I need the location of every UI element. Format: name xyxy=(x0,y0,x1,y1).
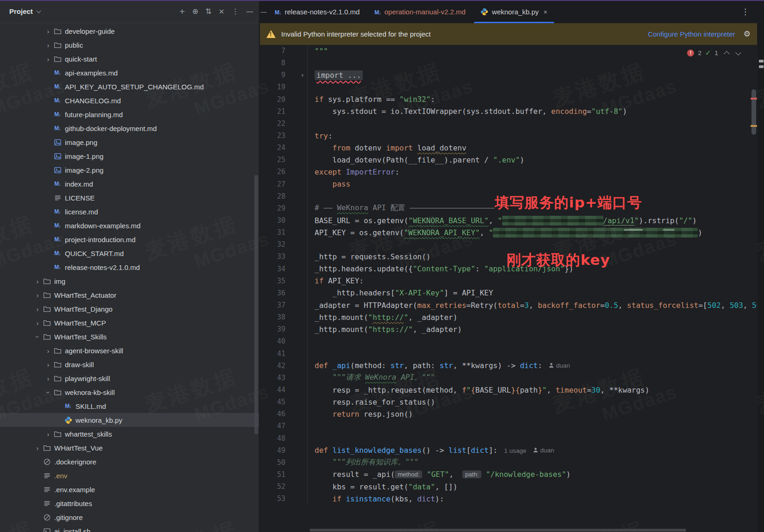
tree-item-public[interactable]: ›public xyxy=(0,38,259,52)
code-line-26[interactable]: 26except ImportError: xyxy=(260,166,757,178)
tree-item-index.md[interactable]: M↓index.md xyxy=(0,177,259,191)
tree-item-quick-start[interactable]: ›quick-start xyxy=(0,52,259,66)
error-stripe-mark[interactable] xyxy=(751,125,757,127)
tree-item-release-notes-v2.1.0.md[interactable]: M↓release-notes-v2.1.0.md xyxy=(0,260,259,274)
tree-item-license.md[interactable]: M↓license.md xyxy=(0,205,259,219)
code-line-21[interactable]: 21 sys.stdout = io.TextIOWrapper(sys.std… xyxy=(260,106,757,118)
code-line-37[interactable]: 37_adapter = HTTPAdapter(max_retries=Ret… xyxy=(260,299,757,311)
tab-release-notes-v2.1.0.md[interactable]: M↓release-notes-v2.1.0.md xyxy=(267,0,367,23)
code-line-7[interactable]: 7""" xyxy=(260,45,757,57)
tree-item-weknora-kb-skill[interactable]: ›weknora-kb-skill xyxy=(0,385,259,399)
tree-item-image-1.png[interactable]: image-1.png xyxy=(0,149,259,163)
tree-item-image-2.png[interactable]: image-2.png xyxy=(0,163,259,177)
code-line-24[interactable]: 24 from dotenv import load_dotenv xyxy=(260,142,757,154)
code-line-39[interactable]: 39_http.mount("https://", _adapter) xyxy=(260,323,757,335)
tree-item-image.png[interactable]: image.png xyxy=(0,135,259,149)
code-line-44[interactable]: 44 resp = _http.request(method, f"{BASE_… xyxy=(260,384,757,396)
tree-item-markdown-examples.md[interactable]: M↓markdown-examples.md xyxy=(0,219,259,232)
tree-item-api-examples.md[interactable]: M↓api-examples.md xyxy=(0,66,259,80)
tree-item-.env[interactable]: .env xyxy=(0,469,259,482)
code-line-50[interactable]: 50 """列出所有知识库。""" xyxy=(260,457,757,469)
chevron-collapsed-icon[interactable]: › xyxy=(43,347,53,355)
usages-inlay-hint[interactable]: 1 usage xyxy=(504,447,526,454)
fold-arrow-icon[interactable]: › xyxy=(301,71,304,79)
tree-item-weknora_kb.py[interactable]: weknora_kb.py xyxy=(0,413,259,427)
tree-item-CHANGELOG.md[interactable]: M↓CHANGELOG.md xyxy=(0,94,259,107)
chevron-expanded-icon[interactable]: › xyxy=(44,387,52,397)
collapse-all-icon[interactable]: × xyxy=(219,8,225,15)
chevron-collapsed-icon[interactable]: › xyxy=(32,319,43,327)
code-line-47[interactable]: 47 xyxy=(260,420,757,432)
tree-item-project-introduction.md[interactable]: M↓project-introduction.md xyxy=(0,232,259,246)
project-tree[interactable]: ›developer-guide›public›quick-startM↓api… xyxy=(0,24,259,532)
code-line-52[interactable]: 52 kbs = result.get("data", []) xyxy=(260,481,757,493)
locate-file-icon[interactable]: ⊕ xyxy=(192,8,198,15)
project-panel-title[interactable]: Project xyxy=(9,7,33,15)
chevron-collapsed-icon[interactable]: › xyxy=(43,375,53,382)
configure-interpreter-link[interactable]: Configure Python interpreter xyxy=(648,30,735,38)
code-line-38[interactable]: 38_http.mount("http://", _adapter) xyxy=(260,311,757,323)
code-line-9[interactable]: 9›import ... xyxy=(260,69,757,81)
code-line-22[interactable]: 22 xyxy=(260,118,757,130)
tree-item-draw-skill[interactable]: ›draw-skill xyxy=(0,357,259,371)
tree-item-SKILL.md[interactable]: M↓SKILL.md xyxy=(0,399,259,413)
chevron-down-icon[interactable] xyxy=(36,8,41,13)
tree-item-API_KEY_AUTO_SETUP_CHANGELOG.md[interactable]: M↓API_KEY_AUTO_SETUP_CHANGELOG.md xyxy=(0,80,259,94)
code-line-35[interactable]: 35if API_KEY: xyxy=(260,275,757,287)
folded-import-region[interactable]: import ... xyxy=(315,70,363,80)
more-options-icon[interactable]: ⋮ xyxy=(232,8,239,15)
code-line-45[interactable]: 45 resp.raise_for_status() xyxy=(260,396,757,408)
chevron-collapsed-icon[interactable]: › xyxy=(43,27,53,35)
chevron-collapsed-icon[interactable]: › xyxy=(43,430,53,438)
next-problem-icon[interactable] xyxy=(735,50,741,56)
code-line-41[interactable]: 41 xyxy=(260,348,757,360)
code-line-27[interactable]: 27 pass xyxy=(260,178,757,190)
expand-collapse-icon[interactable]: ⇅ xyxy=(205,8,211,15)
tree-item-playwright-skill[interactable]: ›playwright-skill xyxy=(0,371,259,385)
tree-item-WHartTest_MCP[interactable]: ›WHartTest_MCP xyxy=(0,316,259,330)
code-line-19[interactable]: 19 xyxy=(260,81,757,93)
tree-item-.dockerignore[interactable]: .dockerignore xyxy=(0,455,259,469)
tree-item-WHartTest_Skills[interactable]: ›WHartTest_Skills xyxy=(0,330,259,344)
code-line-42[interactable]: 42def _api(method: str, path: str, **kwa… xyxy=(260,360,757,372)
tab-operation-manual-v2.2.md[interactable]: M↓operation-manual-v2.2.md xyxy=(367,0,473,23)
code-line-49[interactable]: 49def list_knowledge_bases() -> list[dic… xyxy=(260,444,757,457)
scrollbar-thumb[interactable] xyxy=(751,89,756,135)
code-line-36[interactable]: 36 _http.headers["X-API-Key"] = API_KEY xyxy=(260,287,757,299)
tree-item-.gitignore[interactable]: .gitignore xyxy=(0,510,259,524)
tree-item-future-planning.md[interactable]: M↓future-planning.md xyxy=(0,107,259,121)
tree-item-WHartTest_Actuator[interactable]: ›WHartTest_Actuator xyxy=(0,288,259,302)
tree-item-github-docker-deployment.md[interactable]: M↓github-docker-deployment.md xyxy=(0,121,259,135)
code-line-8[interactable]: 8 xyxy=(260,57,757,69)
chevron-collapsed-icon[interactable]: › xyxy=(43,361,53,369)
editor-vertical-scrollbar[interactable] xyxy=(751,45,757,532)
code-line-48[interactable]: 48 xyxy=(260,432,757,444)
hide-panel-icon[interactable]: — xyxy=(246,8,253,15)
add-icon[interactable]: + xyxy=(179,8,185,15)
tree-item-developer-guide[interactable]: ›developer-guide xyxy=(0,24,259,38)
editor-horizontal-scrollbar[interactable] xyxy=(309,529,686,532)
chevron-collapsed-icon[interactable]: › xyxy=(32,291,43,299)
code-line-25[interactable]: 25 load_dotenv(Path(__file__).parent / "… xyxy=(260,154,757,166)
chevron-collapsed-icon[interactable]: › xyxy=(32,444,43,452)
code-line-51[interactable]: 51 result = _api(method: "GET", path: "/… xyxy=(260,469,757,481)
tree-item-img[interactable]: ›img xyxy=(0,274,259,288)
code-line-31[interactable]: 31API_KEY = os.getenv("WEKNORA_API_KEY",… xyxy=(260,226,757,238)
chevron-collapsed-icon[interactable]: › xyxy=(32,277,43,285)
code-line-40[interactable]: 40 xyxy=(260,335,757,347)
chevron-expanded-icon[interactable]: › xyxy=(34,332,42,342)
code-line-32[interactable]: 32 xyxy=(260,238,757,250)
tree-item-ai_install.sh[interactable]: ai_install.sh xyxy=(0,524,259,532)
chevron-collapsed-icon[interactable]: › xyxy=(43,55,53,63)
close-tab-icon[interactable]: × xyxy=(543,8,548,16)
tree-item-.gitattributes[interactable]: .gitattributes xyxy=(0,496,259,510)
tree-item-.env.example[interactable]: .env.example xyxy=(0,482,259,496)
previous-problem-icon[interactable] xyxy=(724,51,730,57)
project-tree-scrollbar[interactable] xyxy=(254,175,258,434)
tree-item-LICENSE[interactable]: LICENSE xyxy=(0,191,259,205)
tree-item-QUICK_START.md[interactable]: M↓QUICK_START.md xyxy=(0,246,259,260)
code-line-53[interactable]: 53 if isinstance(kbs, dict): xyxy=(260,493,757,505)
code-editor[interactable]: ! 2 ✓ 1 7"""89›import ...1920if sys.plat… xyxy=(260,45,757,532)
code-line-30[interactable]: 30BASE_URL = os.getenv("WEKNORA_BASE_URL… xyxy=(260,214,757,226)
code-line-23[interactable]: 23try: xyxy=(260,130,757,142)
